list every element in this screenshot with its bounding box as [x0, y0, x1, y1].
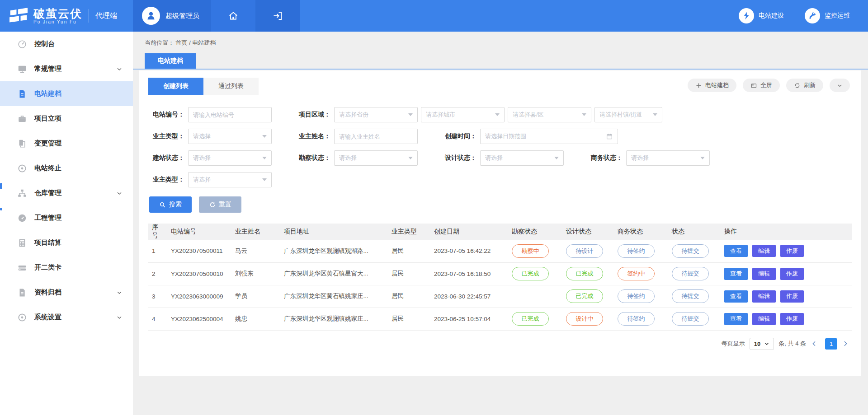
- sidebar-item-资料归档[interactable]: 资料归档: [0, 280, 133, 305]
- void-row-button[interactable]: 作废: [780, 290, 804, 303]
- filter-label: 设计状态：: [440, 154, 476, 162]
- cell-survey-status: [508, 285, 562, 308]
- search-button[interactable]: 搜索: [149, 196, 192, 213]
- sidebar-item-常规管理[interactable]: 常规管理: [0, 56, 133, 81]
- owner-name-input[interactable]: [334, 129, 418, 144]
- sidebar-item-系统设置[interactable]: 系统设置: [0, 305, 133, 330]
- project-region-select-2[interactable]: 请选择城市: [421, 107, 505, 122]
- logout-button[interactable]: [255, 0, 300, 32]
- caret-down-icon: [495, 113, 500, 116]
- view-row-button[interactable]: 查看: [724, 313, 748, 325]
- filter-field-owner-type-2: 业主类型：请选择: [148, 172, 272, 187]
- cell-status: 待提交: [668, 285, 721, 308]
- view-row-button[interactable]: 查看: [724, 290, 748, 303]
- cell-survey-status: 已完成: [508, 262, 562, 285]
- cell-design-status: 已完成: [562, 285, 614, 308]
- chevron-down-icon: [116, 65, 123, 73]
- status-badge: 签约中: [618, 267, 655, 280]
- owner-type-2-select[interactable]: 请选择: [188, 172, 272, 187]
- column-header: 业主姓名: [231, 224, 280, 240]
- sidebar-item-项目立项[interactable]: 项目立项: [0, 106, 133, 131]
- edit-row-button[interactable]: 编辑: [752, 290, 776, 303]
- sidebar-item-开二类卡[interactable]: 开二类卡: [0, 255, 133, 280]
- sidebar-item-电站建档[interactable]: 电站建档: [0, 81, 133, 106]
- caret-down-icon: [582, 113, 586, 116]
- sidebar: 控制台常规管理电站建档项目立项变更管理电站终止仓库管理工程管理项目结算开二类卡资…: [0, 32, 133, 415]
- main-content: 当前位置： 首页 / 电站建档 电站建档 创建列表 通过列表 电站建档 全屏: [133, 32, 868, 415]
- bolt-icon: [739, 8, 754, 23]
- filter-field-business-status: 商务状态：请选择: [586, 150, 710, 166]
- design-status-select[interactable]: 请选择: [480, 150, 564, 166]
- refresh-button[interactable]: 刷新: [786, 79, 823, 92]
- table-header-row: 序号电站编号业主姓名项目地址业主类型创建日期勘察状态设计状态商务状态状态操作: [148, 224, 852, 240]
- cell-design-status: 设计中: [562, 308, 614, 330]
- user-menu[interactable]: 超级管理员: [133, 0, 211, 32]
- content-card: 创建列表 通过列表 电站建档 全屏 刷新: [139, 70, 861, 376]
- cell-status: 待提交: [668, 262, 721, 285]
- status-badge: 已完成: [566, 267, 603, 280]
- station-code-input[interactable]: [188, 107, 272, 122]
- home-button[interactable]: [211, 0, 255, 32]
- caret-down-icon: [554, 157, 559, 159]
- cell-address: 广东深圳龙华区黄石镇姚家庄...: [280, 285, 388, 308]
- project-region-select-3[interactable]: 请选择县/区: [508, 107, 591, 122]
- nav-station-build[interactable]: 电站建设: [739, 8, 784, 23]
- void-row-button[interactable]: 作废: [780, 313, 804, 325]
- sidebar-scrollbar-thumb[interactable]: [0, 208, 2, 210]
- prev-page-button[interactable]: [811, 339, 821, 349]
- sidebar-item-控制台[interactable]: 控制台: [0, 32, 133, 56]
- column-header: 业主类型: [388, 224, 430, 240]
- cell-created: 2023-07-05 16:18:50: [430, 262, 508, 285]
- column-header: 状态: [668, 224, 721, 240]
- void-row-button[interactable]: 作废: [780, 245, 804, 257]
- filter-row: 建站状态：请选择勘察状态：请选择设计状态：请选择商务状态：请选择: [148, 150, 852, 166]
- cell-owner-type: 居民: [388, 308, 430, 330]
- sidebar-item-工程管理[interactable]: 工程管理: [0, 205, 133, 230]
- status-badge: 勘察中: [512, 244, 549, 258]
- build-status-select[interactable]: 请选择: [188, 150, 272, 166]
- filter-field-create-time: 创建时间：请选择日期范围: [440, 129, 618, 144]
- sidebar-item-变更管理[interactable]: 变更管理: [0, 131, 133, 156]
- column-header: 电站编号: [167, 224, 231, 240]
- pager-prefix: 每页显示: [722, 340, 745, 348]
- sitemap-icon: [17, 188, 27, 198]
- project-region-select-4[interactable]: 请选择村镇/街道: [594, 107, 662, 122]
- survey-status-select[interactable]: 请选择: [334, 150, 418, 166]
- sidebar-scrollbar-thumb[interactable]: [0, 183, 2, 189]
- sidebar-item-仓库管理[interactable]: 仓库管理: [0, 181, 133, 205]
- sidebar-item-项目结算[interactable]: 项目结算: [0, 230, 133, 255]
- caret-down-icon: [653, 113, 657, 116]
- sidebar-item-电站终止[interactable]: 电站终止: [0, 156, 133, 181]
- fullscreen-button[interactable]: 全屏: [743, 79, 780, 92]
- avatar: [142, 7, 160, 25]
- edit-row-button[interactable]: 编辑: [752, 268, 776, 280]
- edit-row-button[interactable]: 编辑: [752, 245, 776, 257]
- view-row-button[interactable]: 查看: [724, 268, 748, 280]
- edit-row-button[interactable]: 编辑: [752, 313, 776, 325]
- tab-passed-list[interactable]: 通过列表: [203, 78, 259, 95]
- collapse-filters-button[interactable]: [830, 79, 850, 92]
- page-size-select[interactable]: 10: [750, 338, 774, 350]
- search-label: 搜索: [169, 201, 182, 209]
- owner-type-select[interactable]: 请选择: [188, 129, 272, 144]
- create-station-button[interactable]: 电站建档: [688, 79, 736, 92]
- filter-field-project-region: 项目区域：请选择省份请选择城市请选择县/区请选择村镇/街道: [294, 107, 662, 122]
- page-tab-station-archive[interactable]: 电站建档: [145, 53, 196, 69]
- next-page-button[interactable]: [842, 339, 852, 349]
- cell-address: 广东深圳龙华区黄石镇星官大...: [280, 262, 388, 285]
- sidebar-item-label: 电站建档: [34, 89, 123, 98]
- reset-button[interactable]: 重置: [199, 196, 241, 213]
- filter-form: 电站编号：项目区域：请选择省份请选择城市请选择县/区请选择村镇/街道业主类型：请…: [148, 107, 852, 187]
- filter-label: 业主类型：: [148, 176, 184, 184]
- project-region-select-1[interactable]: 请选择省份: [334, 107, 418, 122]
- view-row-button[interactable]: 查看: [724, 245, 748, 257]
- tab-create-list[interactable]: 创建列表: [148, 78, 203, 95]
- create-time-daterange[interactable]: 请选择日期范围: [480, 129, 618, 144]
- current-page-button[interactable]: 1: [825, 338, 837, 350]
- nav-monitor-ops[interactable]: 监控运维: [805, 8, 850, 23]
- filter-label: 商务状态：: [586, 154, 623, 162]
- filter-field-survey-status: 勘察状态：请选择: [294, 150, 418, 166]
- filter-label: 勘察状态：: [294, 154, 330, 162]
- business-status-select[interactable]: 请选择: [626, 150, 710, 166]
- void-row-button[interactable]: 作废: [780, 268, 804, 280]
